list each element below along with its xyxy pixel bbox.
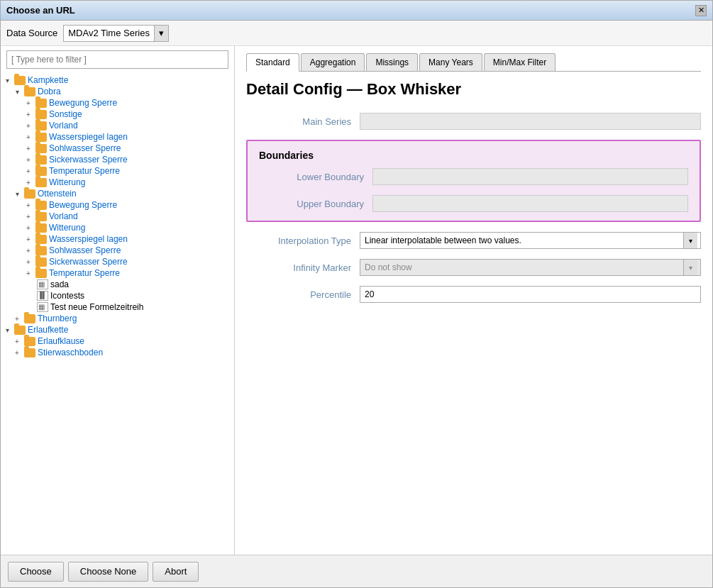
list-item[interactable]: + Witterung bbox=[1, 177, 234, 188]
list-item[interactable]: + Vorland bbox=[1, 120, 234, 131]
upper-boundary-row: Upper Boundary bbox=[259, 195, 688, 212]
file-image-icon bbox=[37, 279, 48, 289]
list-item[interactable]: ▾ Erlaufkette bbox=[1, 324, 234, 335]
expand-icon[interactable]: + bbox=[23, 257, 33, 267]
close-button[interactable]: ✕ bbox=[695, 5, 707, 16]
tree-label: Ottenstein bbox=[38, 189, 234, 199]
expand-icon[interactable]: ▾ bbox=[12, 87, 22, 96]
tab-standard[interactable]: Standard bbox=[246, 53, 299, 72]
list-item[interactable]: + Sickerwasser Sperre bbox=[1, 256, 234, 267]
list-item[interactable]: + Wasserspiegel lagen bbox=[1, 131, 234, 143]
folder-icon bbox=[35, 235, 47, 244]
tab-aggregation[interactable]: Aggregation bbox=[301, 53, 365, 71]
list-item[interactable]: + Vorland bbox=[1, 211, 234, 222]
lower-boundary-input[interactable] bbox=[372, 168, 688, 185]
tree-label: Sickerwasser Sperre bbox=[49, 155, 234, 165]
list-item[interactable]: + Sohlwasser Sperre bbox=[1, 245, 234, 256]
list-item[interactable]: + Sonstige bbox=[1, 109, 234, 120]
filter-input[interactable] bbox=[6, 50, 228, 69]
expand-icon[interactable]: + bbox=[23, 132, 33, 142]
tree-label: Stierwaschboden bbox=[38, 348, 234, 357]
folder-icon bbox=[24, 314, 35, 323]
upper-boundary-input[interactable] bbox=[372, 195, 688, 212]
list-item[interactable]: ▾ Dobra bbox=[1, 86, 234, 97]
expand-icon[interactable]: + bbox=[12, 348, 22, 357]
toolbar: Data Source MDAv2 Time Series ▾ bbox=[1, 21, 712, 46]
list-item[interactable]: + Temperatur Sperre bbox=[1, 267, 234, 279]
tab-many-years[interactable]: Many Years bbox=[419, 53, 482, 71]
list-item[interactable]: + Bewegung Sperre bbox=[1, 199, 234, 211]
folder-icon bbox=[35, 167, 47, 176]
tab-missings[interactable]: Missings bbox=[366, 53, 418, 71]
expand-icon[interactable]: + bbox=[23, 98, 33, 108]
tab-bar: Standard Aggregation Missings Many Years… bbox=[246, 53, 701, 72]
list-item[interactable]: + Erlaufklause bbox=[1, 335, 234, 347]
list-item[interactable]: + Wasserspiegel lagen bbox=[1, 233, 234, 245]
percentile-label: Percentile bbox=[246, 289, 360, 300]
expand-icon[interactable]: + bbox=[23, 245, 33, 255]
expand-icon[interactable]: + bbox=[23, 234, 33, 244]
main-window: Choose an URL ✕ Data Source MDAv2 Time S… bbox=[0, 0, 713, 588]
expand-icon[interactable]: + bbox=[23, 121, 33, 131]
tree-label: Temperatur Sperre bbox=[49, 268, 234, 278]
tree-label: Bewegung Sperre bbox=[49, 98, 234, 108]
data-source-label: Data Source bbox=[6, 28, 57, 38]
main-series-row: Main Series bbox=[246, 113, 701, 130]
title-bar: Choose an URL ✕ bbox=[1, 1, 712, 21]
list-item[interactable]: + Bewegung Sperre bbox=[1, 97, 234, 109]
folder-icon bbox=[35, 201, 47, 210]
list-item[interactable]: + Thurnberg bbox=[1, 313, 234, 324]
abort-button[interactable]: Abort bbox=[153, 562, 199, 582]
list-item[interactable]: + Sohlwasser Sperre bbox=[1, 143, 234, 154]
infinity-marker-row: Infinity Marker Do not show ▾ bbox=[246, 259, 701, 276]
expand-icon[interactable]: + bbox=[23, 166, 33, 176]
list-item[interactable]: + Temperatur Sperre bbox=[1, 165, 234, 177]
tree-label: Vorland bbox=[49, 121, 234, 131]
expand-icon[interactable]: + bbox=[23, 200, 33, 210]
list-item[interactable]: ▾ Ottenstein bbox=[1, 188, 234, 199]
list-item[interactable]: + Witterung bbox=[1, 222, 234, 233]
tree-label: Erlaufkette bbox=[28, 325, 234, 335]
interpolation-type-select[interactable]: Linear interpolatable between two values… bbox=[360, 232, 701, 249]
expand-icon[interactable]: ▾ bbox=[2, 325, 12, 335]
tree-label: Wasserspiegel lagen bbox=[49, 234, 234, 244]
expand-icon[interactable]: + bbox=[23, 109, 33, 119]
list-item[interactable]: sada bbox=[1, 279, 234, 290]
infinity-marker-arrow[interactable]: ▾ bbox=[683, 260, 697, 275]
tree-label: Erlaufklause bbox=[38, 336, 234, 346]
data-source-select[interactable]: MDAv2 Time Series ▾ bbox=[63, 25, 169, 42]
expand-icon[interactable]: + bbox=[12, 336, 22, 346]
tab-min-max-filter[interactable]: Min/Max Filter bbox=[484, 53, 556, 71]
list-item[interactable]: + Sickerwasser Sperre bbox=[1, 154, 234, 165]
expand-icon[interactable]: + bbox=[12, 314, 22, 323]
expand-icon[interactable]: + bbox=[23, 211, 33, 221]
tree-label: Test neue Formelzeitreih bbox=[50, 302, 234, 312]
list-item[interactable]: + Stierwaschboden bbox=[1, 347, 234, 358]
list-item[interactable]: ▾ Kampkette bbox=[1, 74, 234, 86]
data-source-arrow[interactable]: ▾ bbox=[154, 26, 168, 41]
interpolation-type-arrow[interactable]: ▾ bbox=[683, 233, 697, 248]
expand-icon[interactable]: ▾ bbox=[2, 75, 12, 85]
expand-icon[interactable]: + bbox=[23, 155, 33, 165]
expand-icon[interactable]: + bbox=[23, 268, 33, 278]
right-panel: Standard Aggregation Missings Many Years… bbox=[235, 46, 712, 555]
tree-label: Sickerwasser Sperre bbox=[49, 257, 234, 267]
folder-icon bbox=[35, 133, 47, 142]
choose-button[interactable]: Choose bbox=[8, 562, 64, 582]
folder-icon bbox=[35, 121, 47, 131]
expand-icon[interactable]: + bbox=[23, 223, 33, 233]
window-title: Choose an URL bbox=[6, 5, 75, 16]
percentile-input[interactable] bbox=[360, 286, 701, 303]
expand-icon[interactable]: + bbox=[23, 143, 33, 153]
choose-none-button[interactable]: Choose None bbox=[68, 562, 149, 582]
list-item[interactable]: Test neue Formelzeitreih bbox=[1, 301, 234, 313]
infinity-marker-select[interactable]: Do not show ▾ bbox=[360, 259, 701, 276]
tree-label: Icontests bbox=[50, 291, 234, 301]
infinity-marker-label: Infinity Marker bbox=[246, 262, 360, 273]
list-item[interactable]: Icontests bbox=[1, 290, 234, 301]
tree-label: Witterung bbox=[49, 177, 234, 187]
expand-icon[interactable]: ▾ bbox=[12, 189, 22, 199]
expand-icon[interactable]: + bbox=[23, 177, 33, 187]
upper-boundary-label: Upper Boundary bbox=[259, 199, 372, 209]
main-series-input[interactable] bbox=[360, 113, 701, 130]
